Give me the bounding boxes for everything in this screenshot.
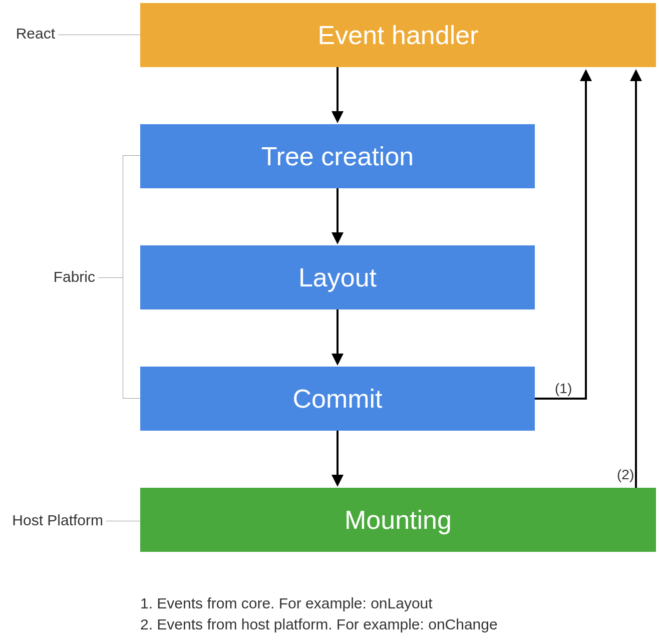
annotation-1: (1) [555, 381, 572, 397]
box-commit: Commit [140, 367, 535, 431]
box-layout: Layout [140, 245, 535, 309]
annotation-2: (2) [617, 467, 634, 483]
box-tree-creation: Tree creation [140, 124, 535, 188]
connector-host-platform [106, 521, 140, 521]
box-event-handler: Event handler [140, 3, 656, 67]
footnote-1: 1. Events from core. For example: onLayo… [140, 593, 433, 614]
label-fabric: Fabric [45, 268, 95, 285]
box-mounting: Mounting [140, 488, 656, 552]
footnote-2: 2. Events from host platform. For exampl… [140, 614, 498, 635]
connector-fabric [98, 277, 123, 278]
connector-react [58, 35, 140, 35]
label-host-platform: Host Platform [3, 512, 103, 529]
label-react: React [10, 25, 55, 42]
bracket-fabric [123, 155, 140, 399]
